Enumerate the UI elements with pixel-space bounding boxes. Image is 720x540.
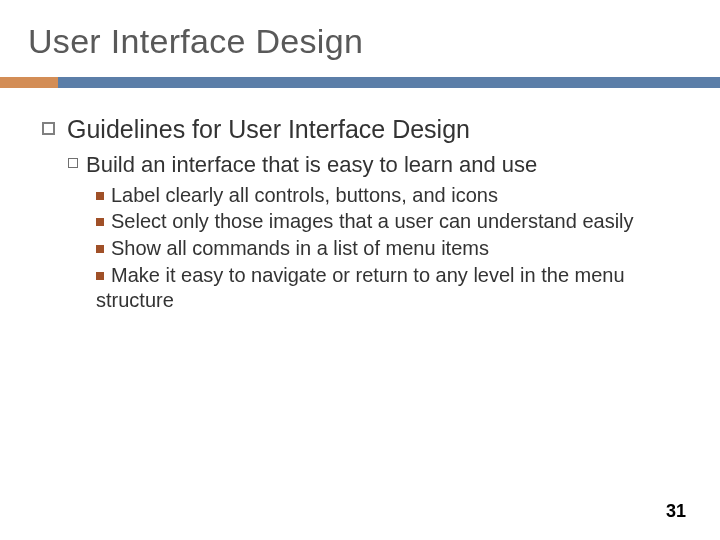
small-square-bullet-icon	[68, 158, 78, 168]
level3-text: Make it easy to navigate or return to an…	[96, 264, 625, 312]
level3-text: Label clearly all controls, buttons, and…	[111, 184, 498, 206]
filled-square-bullet-icon	[96, 218, 104, 226]
divider-bar	[0, 77, 720, 88]
level2-item: Build an interface that is easy to learn…	[68, 151, 692, 179]
level2-text: Build an interface that is easy to learn…	[86, 151, 537, 179]
filled-square-bullet-icon	[96, 272, 104, 280]
level3-text: Show all commands in a list of menu item…	[111, 237, 489, 259]
level1-text: Guidelines for User Interface Design	[67, 114, 470, 145]
slide-title: User Interface Design	[28, 22, 692, 61]
filled-square-bullet-icon	[96, 192, 104, 200]
page-number: 31	[666, 501, 686, 522]
level3-text: Select only those images that a user can…	[111, 210, 634, 232]
content-area: Guidelines for User Interface Design Bui…	[28, 88, 692, 314]
list-item: Select only those images that a user can…	[96, 209, 692, 235]
list-item: Show all commands in a list of menu item…	[96, 236, 692, 262]
level1-item: Guidelines for User Interface Design	[42, 114, 692, 145]
divider-main	[58, 77, 720, 88]
open-square-bullet-icon	[42, 122, 55, 135]
list-item: Make it easy to navigate or return to an…	[96, 263, 692, 314]
level3-list: Label clearly all controls, buttons, and…	[96, 183, 692, 314]
list-item: Label clearly all controls, buttons, and…	[96, 183, 692, 209]
slide-container: User Interface Design Guidelines for Use…	[0, 0, 720, 540]
filled-square-bullet-icon	[96, 245, 104, 253]
divider-accent	[0, 77, 58, 88]
